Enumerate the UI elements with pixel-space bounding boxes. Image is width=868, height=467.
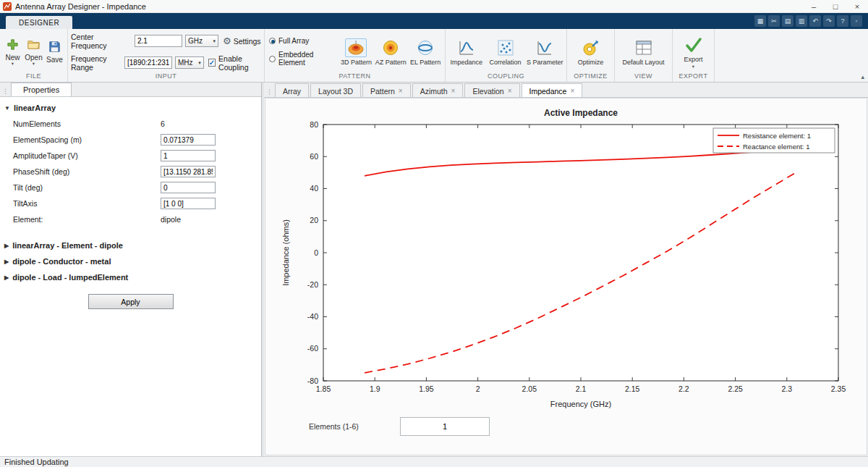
tilt-input[interactable] (161, 182, 216, 193)
svg-text:2.05: 2.05 (522, 384, 537, 393)
undo-icon[interactable]: ↶ (809, 15, 821, 27)
antenna-array-designer-window: Antenna Array Designer - Impedance – □ ×… (0, 0, 868, 467)
export-icon (684, 35, 703, 54)
tab-elevation[interactable]: Elevation × (464, 83, 519, 97)
3d-pattern-button[interactable]: 3D Pattern (339, 38, 373, 66)
num-elements-value: 6 (161, 119, 165, 128)
phase-shift-input[interactable] (161, 166, 216, 177)
figure-area: 1.851.91.9522.052.12.152.22.252.32.35-80… (265, 98, 867, 455)
open-button[interactable]: Open ▾ (24, 38, 43, 66)
frequency-range-unit-select[interactable]: MHz ▾ (175, 56, 204, 69)
frequency-range-input[interactable] (124, 56, 172, 69)
close-icon[interactable]: × (399, 88, 403, 95)
svg-text:1.85: 1.85 (316, 384, 331, 393)
collapse-ribbon-icon[interactable]: ▴ (861, 73, 864, 80)
properties-tabbar: ⋮ Properties (0, 83, 261, 97)
default-layout-icon (634, 38, 653, 57)
impedance-button[interactable]: Impedance (448, 38, 485, 66)
status-bar: Finished Updating (0, 456, 868, 467)
radio-icon (269, 56, 276, 62)
property-row: PhaseShift (deg) (0, 164, 261, 180)
az-pattern-button[interactable]: AZ Pattern (374, 38, 407, 66)
element-spacing-input[interactable] (161, 134, 216, 146)
properties-body: ▼ linearArray NumElements 6 ElementSpaci… (0, 97, 261, 456)
tab-impedance[interactable]: Impedance × (522, 83, 583, 97)
center-frequency-input[interactable] (135, 35, 182, 47)
optimize-button[interactable]: Optimize (571, 38, 611, 66)
chevron-down-icon: ▾ (198, 60, 201, 66)
tab-properties[interactable]: Properties (11, 83, 72, 96)
cut-icon[interactable]: ✂ (768, 15, 780, 27)
copy-icon[interactable]: ▤ (782, 15, 793, 27)
correlation-icon (496, 38, 515, 57)
tab-label: Layout 3D (318, 87, 353, 96)
drag-handle-icon[interactable]: ⋮ (0, 88, 11, 96)
embedded-element-radio[interactable]: Embedded Element (269, 51, 338, 67)
redo-icon[interactable]: ↷ (823, 15, 835, 27)
tab-layout-3d[interactable]: Layout 3D (310, 83, 361, 97)
layout-icon[interactable]: ▦ (754, 15, 766, 27)
center-frequency-unit-select[interactable]: GHz ▾ (185, 35, 218, 47)
el-pattern-button[interactable]: EL Pattern (409, 38, 442, 66)
radio-label: Full Array (278, 37, 309, 45)
tilt-axis-input[interactable] (161, 198, 216, 209)
help-icon[interactable]: ? (837, 15, 848, 27)
save-button[interactable]: Save (45, 40, 64, 64)
resources-icon[interactable]: ◦ (851, 15, 862, 27)
correlation-button[interactable]: Correlation (487, 38, 524, 66)
enable-coupling-checkbox[interactable]: ✓ Enable Coupling (208, 54, 264, 72)
document-tabbar: ⋮ Array Layout 3D Pattern × Azimuth × El… (264, 83, 868, 98)
property-label: NumElements (0, 119, 161, 128)
svg-text:2.35: 2.35 (831, 384, 846, 393)
window-controls: – □ × (803, 0, 868, 12)
linear-array-node[interactable]: ▼ linearArray (0, 100, 261, 116)
conductor-metal-node[interactable]: ▶ dipole - Conductor - metal (0, 253, 261, 269)
property-label: Tilt (deg) (0, 183, 161, 192)
pattern-mode-radios: Full Array Embedded Element (268, 37, 338, 67)
new-button[interactable]: New ▾ (3, 38, 22, 66)
elements-input[interactable] (400, 417, 490, 436)
node-label: linearArray - Element - dipole (12, 241, 123, 250)
window-title: Antenna Array Designer - Impedance (15, 2, 146, 11)
el-pattern-icon (416, 38, 435, 57)
apply-button[interactable]: Apply (88, 294, 174, 309)
property-label: Element: (0, 215, 161, 224)
s-parameter-button[interactable]: S Parameter (526, 38, 563, 66)
close-button[interactable]: × (846, 0, 868, 12)
main-area: ⋮ Properties ▼ linearArray NumElements 6… (0, 83, 868, 456)
maximize-button[interactable]: □ (825, 0, 846, 12)
tab-pattern[interactable]: Pattern × (362, 83, 411, 97)
svg-text:-40: -40 (307, 312, 318, 321)
tab-array[interactable]: Array (275, 83, 309, 97)
tab-azimuth[interactable]: Azimuth × (412, 83, 464, 97)
drag-handle-icon[interactable]: ⋮ (264, 88, 275, 97)
load-lumped-element-node[interactable]: ▶ dipole - Load - lumpedElement (0, 269, 261, 285)
amplitude-taper-input[interactable] (161, 150, 216, 161)
svg-text:2: 2 (476, 384, 480, 393)
unit-value: MHz (178, 59, 193, 67)
optimize-icon (582, 38, 600, 57)
button-label: Save (46, 56, 63, 64)
tab-designer[interactable]: DESIGNER (6, 16, 72, 29)
button-label: Default Layout (622, 59, 664, 66)
element-dipole-node[interactable]: ▶ linearArray - Element - dipole (0, 237, 261, 253)
settings-button[interactable]: ⚙ Settings (223, 36, 261, 46)
coupling-group: Impedance Correlation S Parameter COUPLI… (446, 29, 567, 82)
property-label: ElementSpacing (m) (0, 135, 161, 144)
minimize-button[interactable]: – (803, 0, 825, 12)
svg-text:Resistance element: 1: Resistance element: 1 (743, 132, 811, 140)
close-icon[interactable]: × (570, 88, 574, 95)
tab-label: Array (283, 87, 301, 96)
default-layout-button[interactable]: Default Layout (618, 38, 669, 66)
button-label: Export (684, 56, 702, 63)
chevron-collapsed-icon: ▶ (4, 274, 9, 281)
input-group: Center Frequency GHz ▾ ⚙ Settings Freque… (68, 29, 265, 82)
s-parameter-icon (535, 38, 554, 57)
export-button[interactable]: Export ▾ (676, 35, 711, 69)
svg-text:2.2: 2.2 (678, 384, 689, 393)
close-icon[interactable]: × (508, 88, 512, 95)
paste-icon[interactable]: ▥ (796, 15, 807, 27)
chevron-down-icon: ▾ (12, 62, 14, 66)
full-array-radio[interactable]: Full Array (269, 37, 338, 45)
close-icon[interactable]: × (451, 88, 456, 95)
